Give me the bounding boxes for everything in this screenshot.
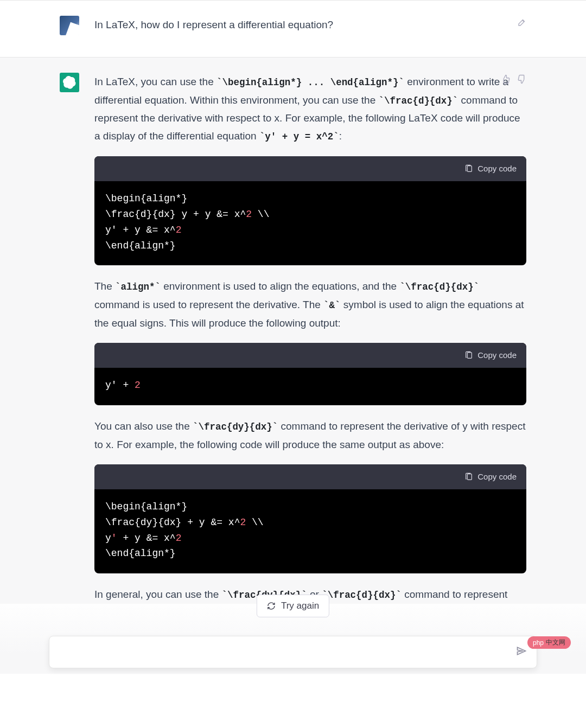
code-block-1: Copy code \begin{align*} \frac{d}{dx} y … [94,156,526,265]
code-block-2: Copy code y' + 2 [94,343,526,405]
text-span: command is used to represent the derivat… [94,299,323,310]
clipboard-icon [464,164,473,173]
inline-code: `\frac{d}{dx}` [379,95,458,106]
user-question-text: In LaTeX, how do I represent a different… [94,19,333,30]
thumbs-up-icon[interactable] [500,74,511,85]
text-span: The [94,280,115,292]
assistant-paragraph-2: The `align*` environment is used to alig… [94,277,526,331]
user-avatar [60,16,79,35]
try-again-label: Try again [281,601,319,611]
clipboard-icon [464,351,473,360]
assistant-avatar [60,73,79,92]
svg-rect-0 [468,166,472,172]
inline-code: `\begin{align*} ... \end{align*}` [216,77,404,88]
send-button[interactable] [516,646,527,659]
badge-left-text: php [533,639,544,647]
copy-code-button[interactable]: Copy code [464,470,517,484]
code-header: Copy code [94,343,526,368]
edit-icon[interactable] [517,17,527,28]
chat-input-bar[interactable] [49,636,537,668]
user-message: In LaTeX, how do I represent a different… [0,1,586,58]
input-bar-container [0,636,586,668]
svg-rect-2 [468,474,472,480]
code-body: \begin{align*} \frac{dy}{dx} + y &= x^2 … [94,489,526,573]
text-span: In LaTeX, you can use the [94,76,216,87]
text-span: In general, you can use the [94,589,222,600]
code-header: Copy code [94,464,526,489]
code-body: \begin{align*} \frac{d}{dx} y + y &= x^2… [94,181,526,265]
text-span: environment is used to align the equatio… [161,280,399,292]
inline-code: `&` [323,300,340,311]
try-again-button[interactable]: Try again [257,595,329,617]
copy-code-button[interactable]: Copy code [464,348,517,362]
inline-code: `y' + y = x^2` [259,131,339,142]
code-header: Copy code [94,156,526,181]
text-span: You can also use the [94,420,193,432]
assistant-paragraph-3: You can also use the `\frac{dy}{dx}` com… [94,417,526,454]
refresh-icon [267,602,276,610]
text-span: : [339,130,342,142]
code-block-3: Copy code \begin{align*} \frac{dy}{dx} +… [94,464,526,573]
clipboard-icon [464,472,473,481]
assistant-paragraph-1: In LaTeX, you can use the `\begin{align*… [94,73,526,145]
copy-code-label: Copy code [477,162,517,176]
inline-code: `\frac{dy}{dx}` [193,422,278,432]
svg-rect-1 [468,353,472,359]
copy-code-button[interactable]: Copy code [464,162,517,176]
text-span: command to represent [402,589,507,600]
send-icon [516,646,527,656]
watermark-badge: php 中文网 [527,636,571,649]
badge-right-text: 中文网 [546,638,565,647]
chat-input[interactable] [59,646,516,658]
copy-code-label: Copy code [477,470,517,484]
assistant-message: In LaTeX, you can use the `\begin{align*… [0,58,586,604]
inline-code: `\frac{d}{dx}` [399,282,479,292]
inline-code: `align*` [115,282,161,292]
copy-code-label: Copy code [477,348,517,362]
thumbs-down-icon[interactable] [517,74,527,85]
code-body: y' + 2 [94,368,526,405]
inline-code: `\frac{d}{dx}` [322,590,402,601]
